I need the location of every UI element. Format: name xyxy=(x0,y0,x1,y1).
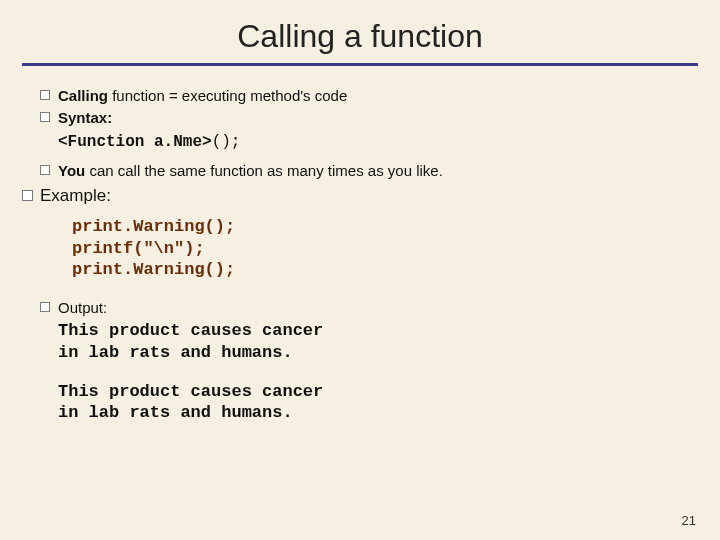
code-line: print.Warning(); xyxy=(72,259,682,280)
bullet-text: can call the same function as many times… xyxy=(85,162,443,179)
code-line: print.Warning(); xyxy=(72,216,682,237)
bullet-syntax: Syntax: xyxy=(58,108,682,128)
code-line: printf("\n"); xyxy=(72,238,682,259)
output-paragraph: This product causes cancer in lab rats a… xyxy=(58,320,682,363)
syntax-line: <Function a.Nme>(); xyxy=(58,131,682,154)
bullet-calling: Calling function = executing method's co… xyxy=(58,86,682,106)
checkbox-icon xyxy=(40,302,50,312)
output-line: in lab rats and humans. xyxy=(58,402,682,423)
output-line: in lab rats and humans. xyxy=(58,342,682,363)
output-line: This product causes cancer xyxy=(58,320,682,341)
bullet-lead: Syntax: xyxy=(58,109,112,126)
syntax-parens: (); xyxy=(212,133,241,151)
checkbox-icon xyxy=(40,112,50,122)
bullet-lead: You xyxy=(58,162,85,179)
checkbox-icon xyxy=(40,165,50,175)
output-line: This product causes cancer xyxy=(58,381,682,402)
code-block: print.Warning(); printf("\n"); print.War… xyxy=(72,216,682,280)
bullet-output: Output: xyxy=(58,298,682,318)
bullet-you-can: You can call the same function as many t… xyxy=(58,161,682,181)
page-number: 21 xyxy=(682,513,696,528)
output-block: This product causes cancer in lab rats a… xyxy=(58,320,682,423)
output-paragraph: This product causes cancer in lab rats a… xyxy=(58,381,682,424)
syntax-function-name: <Function a.Nme> xyxy=(58,133,212,151)
checkbox-icon xyxy=(40,90,50,100)
output-label: Output: xyxy=(58,299,107,316)
bullet-lead: Calling xyxy=(58,87,108,104)
example-label: Example: xyxy=(40,185,682,208)
example-text: Example: xyxy=(40,186,111,205)
title-underline xyxy=(22,63,698,66)
slide-title: Calling a function xyxy=(0,0,720,63)
checkbox-icon xyxy=(22,190,33,201)
bullet-text: function = executing method's code xyxy=(108,87,347,104)
slide-content: Calling function = executing method's co… xyxy=(0,86,720,423)
